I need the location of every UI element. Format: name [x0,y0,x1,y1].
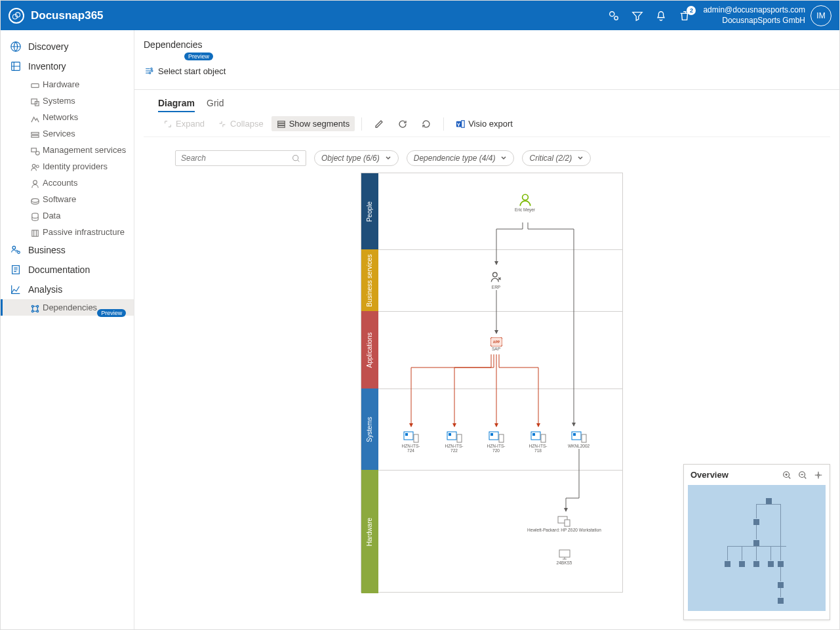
nav-inventory[interactable]: Inventory [1,56,134,76]
idp-icon [30,162,40,173]
node-person[interactable]: Eric Meyer [512,193,538,212]
svg-rect-32 [462,120,464,127]
tab-diagram[interactable]: Diagram [158,95,195,112]
user-email: admin@docusnapsports.com [703,5,805,16]
svg-text:APP: APP [492,340,500,344]
select-start-button[interactable]: Select start object [144,66,839,76]
node-hw2[interactable]: 24BKS5 [553,549,576,565]
notification-badge: 2 [687,6,696,15]
inventory-icon [10,60,22,72]
svg-point-13 [32,164,35,167]
sidebar: Discovery Inventory Hardware Systems Net… [1,30,134,629]
nav-idp[interactable]: Identity providers [1,158,134,175]
diagram[interactable]: People Business services Applications Sy… [361,173,623,593]
preview-badge: Preview [97,309,126,317]
page-title: Dependencies Preview [144,39,839,60]
nav-data[interactable]: Data [1,207,134,224]
trash-icon[interactable]: 2 [679,10,690,22]
nav-documentation[interactable]: Documentation [1,260,134,280]
svg-rect-52 [582,434,586,442]
content: Dependencies Preview Select start object… [134,30,839,629]
settings-icon[interactable] [608,10,620,22]
fit-icon[interactable] [814,471,823,480]
node-sys5[interactable]: WKNL2002 [567,430,591,448]
svg-rect-55 [559,550,570,557]
avatar[interactable]: IM [810,5,831,26]
node-hw1[interactable]: Hewlett-Packard: HP Z620 Workstation [525,514,604,532]
edit-icon[interactable] [374,119,384,129]
svg-point-27 [149,72,150,74]
app-header: Docusnap365 2 admin@docusnapsports.com D… [1,1,839,30]
user-info[interactable]: admin@docusnapsports.com DocusnapSports … [703,5,805,26]
filter-icon[interactable] [631,10,643,22]
overview-title: Overview [690,470,729,480]
segment-hardware: Hardware [361,470,378,593]
svg-point-25 [151,68,152,70]
tenant-name: DocusnapSports GmbH [703,16,805,26]
node-erp[interactable]: ERP [483,270,510,289]
node-sys2[interactable]: HZN-ITS-722 [443,430,466,453]
show-segments-button[interactable]: Show segments [271,116,355,131]
nav-dependencies[interactable]: DependenciesPreview [1,299,134,316]
documentation-icon [10,264,22,276]
networks-icon [30,113,40,123]
svg-point-26 [151,70,153,72]
nav-software[interactable]: Software [1,191,134,207]
svg-rect-43 [457,434,462,442]
svg-point-15 [33,180,37,184]
undo-icon[interactable] [421,119,431,129]
expand-button[interactable]: Expand [158,116,210,131]
svg-point-12 [35,151,39,155]
bell-icon[interactable] [655,10,667,22]
systems-icon [30,96,40,107]
mgmt-icon [30,146,40,156]
data-icon [30,211,40,222]
nav-hardware[interactable]: Hardware [1,76,134,93]
segment-applications: Applications [361,311,378,388]
svg-point-16 [31,198,38,202]
node-sys3[interactable]: HZN-ITS-720 [485,430,508,453]
visio-export-button[interactable]: Visio export [450,116,518,131]
nav-discovery[interactable]: Discovery [1,37,134,56]
svg-rect-48 [532,433,535,436]
accounts-icon [30,178,40,189]
svg-rect-6 [31,83,38,87]
nav-mgmt[interactable]: Management services [1,142,134,158]
filter-object-type[interactable]: Object type (6/6) [314,150,399,166]
overview-minimap[interactable] [688,485,826,611]
svg-point-18 [12,246,16,249]
nav-networks[interactable]: Networks [1,109,134,125]
filter-critical[interactable]: Critical (2/2) [522,150,591,166]
app-title: Docusnap365 [31,9,104,22]
svg-rect-9 [31,132,38,134]
nav-business[interactable]: Business [1,240,134,260]
nav-systems[interactable]: Systems [1,93,134,109]
node-sys1[interactable]: HZN-ITS-724 [399,430,423,453]
node-sap[interactable]: APPSAP [489,337,504,351]
node-sys4[interactable]: HZN-ITS-718 [527,430,550,453]
segment-systems: Systems [361,388,378,470]
filter-row: Object type (6/6) Dependencie type (4/4)… [144,137,839,173]
filter-dep-type[interactable]: Dependencie type (4/4) [407,150,515,166]
hardware-icon [30,80,40,91]
globe-icon [10,41,22,52]
svg-rect-40 [414,434,418,442]
nav-services[interactable]: Services [1,125,134,142]
search-input[interactable] [175,150,306,166]
svg-rect-51 [573,433,576,436]
collapse-button[interactable]: Collapse [212,116,269,131]
nav-passive[interactable]: Passive infrastructure [1,224,134,240]
zoom-in-icon[interactable] [782,471,791,480]
svg-point-34 [522,194,528,200]
segment-business-services: Business services [361,249,378,311]
refresh-icon[interactable] [397,119,408,129]
zoom-out-icon[interactable] [798,471,807,480]
tab-grid[interactable]: Grid [207,95,224,112]
svg-point-19 [18,251,20,254]
svg-rect-30 [277,125,285,127]
svg-rect-54 [565,520,570,526]
nav-accounts[interactable]: Accounts [1,175,134,191]
passive-icon [30,228,40,238]
svg-rect-29 [277,123,285,125]
nav-analysis[interactable]: Analysis [1,280,134,299]
